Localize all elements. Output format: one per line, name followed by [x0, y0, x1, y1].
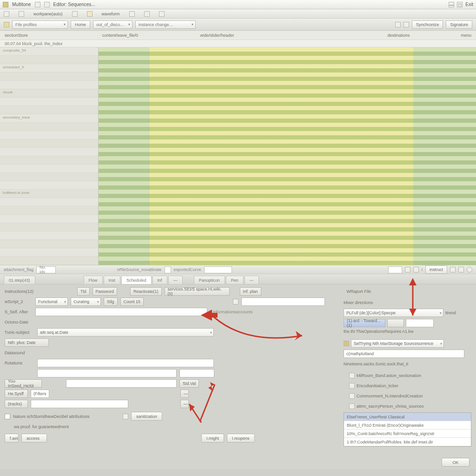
- tool-icon[interactable]: [159, 11, 165, 17]
- track-row[interactable]: [0, 231, 98, 240]
- tree-icon[interactable]: [349, 383, 355, 389]
- sanit-icon[interactable]: [123, 414, 128, 419]
- tab-inf[interactable]: Inf: [152, 276, 167, 284]
- track-row[interactable]: [0, 223, 98, 231]
- home-button[interactable]: Home: [71, 20, 90, 29]
- track-row[interactable]: [0, 248, 98, 257]
- tree-item[interactable]: attrm_sacrryPerson_chrisa_sourceo: [357, 402, 424, 410]
- selection-region[interactable]: [150, 47, 413, 265]
- tab-6[interactable]: —: [168, 276, 183, 284]
- track-row[interactable]: [0, 156, 98, 165]
- menu-item-1[interactable]: workpane(auto): [33, 12, 63, 16]
- curating-dropdown[interactable]: Curating: [71, 298, 101, 306]
- tree-icon[interactable]: [349, 403, 355, 409]
- status-icon-1[interactable]: [405, 267, 410, 272]
- tab-panopticon[interactable]: Panopticon: [194, 276, 225, 284]
- list-item[interactable]: ElseFreres_UserRest Classical: [344, 413, 471, 421]
- track-row[interactable]: scheduled_5: [0, 64, 98, 73]
- status-field-curve[interactable]: [204, 266, 232, 273]
- track-row[interactable]: [0, 81, 98, 89]
- maximize-icon[interactable]: □: [457, 2, 463, 7]
- track-row[interactable]: chunk: [0, 89, 98, 98]
- mixer-search-dropdown[interactable]: PLFull (de:)[Color]:Specpe: [344, 309, 443, 317]
- track-row[interactable]: [0, 106, 98, 114]
- refresh-icon[interactable]: [467, 267, 472, 272]
- infplan-button[interactable]: Inf. plan: [240, 287, 261, 296]
- stdval-button[interactable]: Std.Val: [179, 379, 199, 388]
- menu-icon-2[interactable]: [19, 11, 24, 17]
- waveform-area[interactable]: composite_54 scheduled_5 chunk secondary…: [0, 47, 476, 265]
- tree-item[interactable]: Commonment_hi.intendredCreation: [357, 392, 423, 400]
- menu-icon-3[interactable]: [72, 11, 78, 17]
- count-button[interactable]: Count 15: [120, 298, 144, 306]
- menu-icon-1[interactable]: [4, 11, 9, 17]
- list-item[interactable]: 10%_Contr.batchrecoRc fish'moreReg_signz…: [344, 430, 471, 438]
- r10-small-button[interactable]: —: [180, 390, 189, 398]
- sself-input[interactable]: [35, 308, 207, 316]
- track-row[interactable]: [0, 257, 98, 265]
- track-row[interactable]: [0, 181, 98, 190]
- toward-button[interactable]: (1)-ard→Toward…(1): [344, 319, 385, 327]
- functional-dropdown[interactable]: Functional: [35, 298, 68, 306]
- status-field-ids[interactable]: No. Ids: [36, 266, 56, 273]
- subject-dropdown[interactable]: attr.seq.at.Date: [37, 328, 214, 337]
- track-row[interactable]: composite_54: [0, 47, 98, 56]
- toolbar-icon-r2[interactable]: [403, 22, 409, 27]
- itrend-button-sm[interactable]: [387, 319, 404, 327]
- arrow-icon[interactable]: [129, 11, 135, 17]
- sanitization-button[interactable]: sanitization: [131, 412, 162, 421]
- tree-icon[interactable]: [349, 373, 355, 378]
- track-row[interactable]: [0, 123, 98, 131]
- menu-item-3[interactable]: waveform: [102, 12, 120, 16]
- tree-icon[interactable]: [349, 393, 355, 399]
- track-row[interactable]: [0, 240, 98, 248]
- status-icon-4[interactable]: [458, 267, 464, 272]
- tab-step[interactable]: 01.step(43): [4, 276, 35, 284]
- track-row[interactable]: secondary_track: [0, 114, 98, 123]
- track-row[interactable]: [0, 206, 98, 215]
- sync-button[interactable]: Synchronize: [412, 20, 443, 29]
- instruct-button[interactable]: instruct: [425, 265, 447, 274]
- track-row[interactable]: [0, 148, 98, 156]
- rotations-input-3[interactable]: [179, 369, 214, 377]
- signature-button[interactable]: Signature: [446, 20, 472, 29]
- play-icon[interactable]: [144, 11, 150, 17]
- mixer-input-sm[interactable]: [406, 319, 434, 327]
- pencil-icon[interactable]: [87, 11, 93, 17]
- stlg-button[interactable]: Stlg: [104, 298, 118, 306]
- storage-dropdown[interactable]: SelTrying Nth MaxStorage Sourcesurrence: [351, 339, 444, 348]
- track-row[interactable]: [0, 56, 98, 64]
- mixer-toggle-icon[interactable]: [233, 299, 238, 304]
- instance-dropdown[interactable]: instance change…: [135, 20, 196, 29]
- ok-button[interactable]: OK: [442, 458, 469, 467]
- status-i[interactable]: i: [422, 267, 423, 272]
- status-field-small[interactable]: [165, 266, 171, 273]
- r11-small-button[interactable]: —: [180, 400, 189, 408]
- tab-pen[interactable]: Pen: [226, 276, 244, 284]
- tree-item[interactable]: MilRoom_Band.aston_sectionation: [357, 371, 421, 380]
- track-row[interactable]: [0, 198, 98, 206]
- nature-checkbox[interactable]: [5, 414, 10, 419]
- track-row[interactable]: [0, 73, 98, 81]
- track-row[interactable]: [0, 215, 98, 223]
- exit-label[interactable]: Exit: [465, 2, 473, 7]
- tracks-input[interactable]: [31, 400, 128, 408]
- track-row[interactable]: [0, 98, 98, 106]
- status-icon-3[interactable]: [450, 267, 456, 272]
- rotations-input-1[interactable]: [37, 359, 214, 367]
- status-field-r1[interactable]: [388, 266, 402, 273]
- tracks-button[interactable]: (tracks): [5, 400, 28, 408]
- inseed-input[interactable]: [66, 379, 177, 388]
- track-row[interactable]: [0, 139, 98, 148]
- track-row[interactable]: [0, 173, 98, 181]
- tab-scheduled[interactable]: Scheduled: [121, 276, 152, 284]
- access-button[interactable]: access: [21, 434, 47, 443]
- tab-9[interactable]: —: [245, 276, 259, 284]
- inseed-button[interactable]: You-InSeed_HeXit: [5, 379, 42, 388]
- list-item[interactable]: Blunt_l_Fh10 Emirati (Encor)Originawake: [344, 421, 471, 430]
- tld-button[interactable]: Tld: [77, 287, 90, 296]
- services-button[interactable]: services.SEI/S space.Hi,wiki.(0): [165, 287, 230, 296]
- tree-item[interactable]: Encodianitiation_ticker: [357, 382, 398, 390]
- nthplus-button[interactable]: Nth: plus: Date: [5, 338, 49, 347]
- mixer-input[interactable]: [241, 298, 325, 306]
